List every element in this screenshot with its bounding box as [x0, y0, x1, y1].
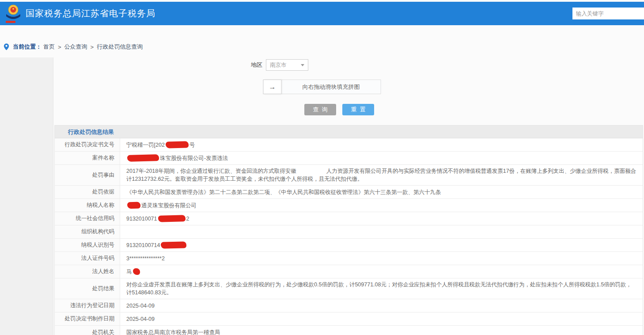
header-bar: 国家税务总局江苏省电子税务局 [0, 2, 644, 25]
table-row-penalty-authority: 处罚机关 国家税务总局南京市税务局第一稽查局 [55, 326, 643, 335]
slider-hint-text: 向右拖动滑块填充拼图 [282, 80, 381, 94]
row-label: 法人姓名 [55, 265, 120, 278]
table-row-credit-code: 统一社会信用码 91320100712 [55, 212, 643, 225]
table-title: 行政处罚信息结果 [55, 126, 643, 138]
breadcrumb-separator: > [58, 44, 61, 50]
row-label: 纳税人名称 [55, 199, 120, 212]
breadcrumb-prefix: 当前位置： [13, 43, 42, 51]
breadcrumb-home-link[interactable]: 首页 [43, 43, 55, 51]
arrow-right-icon: → [269, 83, 276, 91]
row-label: 处罚事由 [55, 165, 120, 185]
chevron-down-icon [301, 64, 304, 66]
row-value: 2025-04-09 [120, 299, 643, 312]
row-label: 统一社会信用码 [55, 212, 120, 225]
left-sidebar-strip [0, 57, 53, 335]
table-row-legal-person-name: 法人姓名 马 [55, 265, 643, 278]
row-label: 纳税人识别号 [55, 239, 120, 251]
breadcrumb-separator: > [91, 44, 94, 50]
slider-captcha: → 向右拖动滑块填充拼图 [263, 80, 381, 94]
row-label: 处罚决定书制作日期 [55, 312, 120, 325]
table-row-penalty-basis: 处罚依据 《中华人民共和国发票管理办法》第二十二条第二款第二项、《中华人民共和国… [55, 186, 643, 199]
row-value: 国家税务总局南京市税务局第一稽查局 [120, 326, 643, 335]
page: 国家税务总局江苏省电子税务局 当前位置： 首页 > 公众查询 > 行政处罚信息查… [0, 0, 644, 335]
table-row-decision-number: 行政处罚决定书文号 宁税稽一罚[202号 [55, 138, 643, 152]
table-row-case-name: 案件名称 珠宝股份有限公司-发票违法 [55, 152, 643, 165]
row-label: 组织机构代码 [55, 225, 120, 238]
row-value: 2025-04-09 [120, 312, 643, 325]
row-label: 法人证件号码 [55, 252, 120, 265]
table-row-taxpayer-name: 纳税人名称 通灵珠宝股份有限公司 [55, 199, 643, 212]
row-label: 处罚结果 [55, 278, 120, 299]
table-row-penalty-result: 处罚结果 对你企业虚开发票且在账簿上多列支出、少缴企业所得税的行为，处少缴税款0… [55, 278, 643, 299]
button-row: 查询 重置 [17, 104, 644, 115]
row-value: 宁税稽一罚[202号 [120, 138, 643, 151]
redaction-mark [133, 268, 140, 274]
row-value: 3***************2 [120, 252, 643, 265]
redaction-mark [166, 141, 189, 148]
row-value: 2017年-2018年期间，你企业通过银行汇款、资金回流的方式取得安徽人力资源开… [120, 165, 643, 185]
row-value: 91320100712 [120, 212, 643, 225]
table-row-decision-date: 处罚决定书制作日期 2025-04-09 [55, 312, 643, 326]
row-value [120, 225, 643, 238]
reset-button[interactable]: 重置 [342, 104, 374, 115]
row-label: 违法行为登记日期 [55, 299, 120, 312]
row-label: 处罚机关 [55, 326, 120, 335]
redaction-mark [127, 154, 159, 162]
table-row-penalty-reason: 处罚事由 2017年-2018年期间，你企业通过银行汇款、资金回流的方式取得安徽… [55, 165, 643, 186]
penalty-result-table: 行政处罚信息结果 行政处罚决定书文号 宁税稽一罚[202号 案件名称 珠宝股份有… [54, 125, 643, 335]
slider-handle[interactable]: → [263, 80, 282, 94]
breadcrumb-penalty-query-link[interactable]: 行政处罚信息查询 [97, 43, 143, 51]
table-row-org-code: 组织机构代码 [55, 225, 643, 239]
redaction-mark [161, 241, 186, 249]
region-label: 地区 [251, 61, 262, 69]
region-select[interactable]: 南京市 [266, 59, 308, 71]
region-selected-value: 南京市 [270, 62, 287, 68]
table-row-violation-date: 违法行为登记日期 2025-04-09 [55, 299, 643, 312]
row-label: 案件名称 [55, 152, 120, 164]
row-label: 处罚依据 [55, 186, 120, 198]
redaction-mark [127, 202, 140, 209]
row-value: 珠宝股份有限公司-发票违法 [120, 152, 643, 164]
row-value: 通灵珠宝股份有限公司 [120, 199, 643, 212]
row-value: 马 [120, 265, 643, 278]
row-value: 91320100714 [120, 239, 643, 251]
site-title: 国家税务总局江苏省电子税务局 [26, 2, 155, 25]
region-row: 地区 南京市 [0, 59, 602, 71]
breadcrumb-public-query-link[interactable]: 公众查询 [64, 43, 87, 51]
table-row-taxpayer-id: 纳税人识别号 91320100714 [55, 239, 643, 252]
redaction-mark [158, 215, 185, 222]
search-input[interactable] [572, 8, 644, 19]
row-value: 对你企业虚开发票且在账簿上多列支出、少缴企业所得税的行为，处少缴税款0.5倍的罚… [120, 278, 643, 299]
query-button[interactable]: 查询 [304, 104, 336, 115]
row-label: 行政处罚决定书文号 [55, 138, 120, 151]
location-pin-icon [4, 43, 9, 50]
breadcrumb: 当前位置： 首页 > 公众查询 > 行政处罚信息查询 [4, 42, 143, 51]
table-row-legal-person-id: 法人证件号码 3***************2 [55, 252, 643, 265]
row-value: 《中华人民共和国发票管理办法》第二十二条第二款第二项、《中华人民共和国税收征收管… [120, 186, 643, 198]
tax-bureau-logo-icon [4, 4, 22, 23]
